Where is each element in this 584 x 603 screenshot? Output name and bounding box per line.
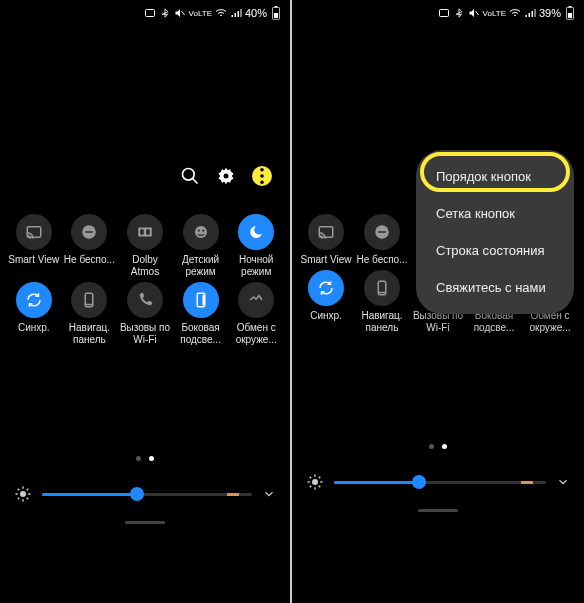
- page-dot-active[interactable]: [149, 456, 154, 461]
- tile-toggle-edge[interactable]: [183, 282, 219, 318]
- brightness-icon: [14, 485, 32, 503]
- signal-icon: [524, 7, 536, 19]
- tile-label: Обмен с окруже...: [230, 322, 282, 346]
- tile-toggle-cast[interactable]: [16, 214, 52, 250]
- wifi-icon: [215, 7, 227, 19]
- tile-dnd[interactable]: Не беспо...: [356, 214, 408, 266]
- tile-label: Боковая подсве...: [175, 322, 227, 346]
- svg-line-1: [181, 11, 184, 15]
- svg-line-33: [27, 489, 29, 491]
- svg-line-35: [475, 11, 478, 15]
- wifi-icon: [509, 7, 521, 19]
- tile-toggle-dnd[interactable]: [364, 214, 400, 250]
- tile-child[interactable]: Детский режим: [175, 214, 227, 278]
- page-dot-active[interactable]: [442, 444, 447, 449]
- tile-toggle-wificall[interactable]: [127, 282, 163, 318]
- tile-label: Детский режим: [175, 254, 227, 278]
- svg-line-6: [193, 179, 198, 184]
- svg-rect-4: [275, 6, 278, 7]
- tile-label: Smart View: [301, 254, 352, 266]
- tile-label: Синхр.: [18, 322, 50, 334]
- menu-item-0[interactable]: Порядок кнопок: [416, 158, 574, 195]
- tile-toggle-dnd[interactable]: [71, 214, 107, 250]
- tile-toggle-sync[interactable]: [308, 270, 344, 306]
- svg-rect-41: [378, 231, 386, 233]
- svg-point-19: [197, 229, 199, 231]
- tile-label: Навигац. панель: [356, 310, 408, 334]
- svg-line-51: [310, 477, 312, 479]
- svg-point-8: [224, 174, 229, 179]
- svg-line-31: [27, 498, 29, 500]
- tile-cast[interactable]: Smart View: [8, 214, 60, 278]
- settings-button[interactable]: [216, 166, 236, 186]
- tile-label: Не беспо...: [356, 254, 407, 266]
- brightness-expand[interactable]: [262, 487, 276, 501]
- panel-handle[interactable]: [418, 509, 458, 512]
- status-bar: VoLTE 39%: [292, 0, 584, 26]
- overflow-menu: Порядок кнопокСетка кнопокСтрока состоян…: [416, 150, 574, 314]
- tile-sync[interactable]: Синхр.: [8, 282, 60, 346]
- cast-status-icon: [144, 7, 156, 19]
- tile-sync[interactable]: Синхр.: [300, 270, 352, 334]
- tile-toggle-sync[interactable]: [16, 282, 52, 318]
- tile-navbar[interactable]: Навигац. панель: [64, 282, 116, 346]
- tile-toggle-cast[interactable]: [308, 214, 344, 250]
- brightness-slider[interactable]: [334, 481, 546, 484]
- svg-line-53: [310, 486, 312, 488]
- brightness-row: [292, 473, 584, 491]
- tile-toggle-navbar[interactable]: [71, 282, 107, 318]
- svg-point-17: [146, 229, 150, 235]
- menu-item-1[interactable]: Сетка кнопок: [416, 195, 574, 232]
- tile-dnd[interactable]: Не беспо...: [64, 214, 116, 278]
- battery-text: 40%: [245, 7, 267, 19]
- svg-point-25: [20, 491, 26, 497]
- menu-item-3[interactable]: Свяжитесь с нами: [416, 269, 574, 306]
- search-button[interactable]: [180, 166, 200, 186]
- tile-navbar[interactable]: Навигац. панель: [356, 270, 408, 334]
- svg-rect-37: [568, 13, 572, 18]
- bluetooth-icon: [159, 7, 171, 19]
- tile-moon[interactable]: Ночной режим: [230, 214, 282, 278]
- page-dot[interactable]: [136, 456, 141, 461]
- tile-wificall[interactable]: Вызовы по Wi-Fi: [119, 282, 171, 346]
- tile-cast[interactable]: Smart View: [300, 214, 352, 266]
- battery-icon: [564, 7, 576, 19]
- phone-left: VoLTE 40% Smart View Не беспо... Dolby A…: [0, 0, 292, 603]
- svg-point-16: [140, 229, 144, 235]
- tile-edge[interactable]: Боковая подсве...: [175, 282, 227, 346]
- tile-toggle-navbar[interactable]: [364, 270, 400, 306]
- network-label: VoLTE: [189, 9, 212, 18]
- svg-point-46: [312, 479, 318, 485]
- brightness-slider[interactable]: [42, 493, 252, 496]
- cast-status-icon: [438, 7, 450, 19]
- tile-share[interactable]: Обмен с окруже...: [230, 282, 282, 346]
- tile-toggle-child[interactable]: [183, 214, 219, 250]
- overflow-button[interactable]: [252, 166, 272, 186]
- signal-icon: [230, 7, 242, 19]
- tile-toggle-moon[interactable]: [238, 214, 274, 250]
- bluetooth-icon: [453, 7, 465, 19]
- status-bar: VoLTE 40%: [0, 0, 290, 26]
- page-dot[interactable]: [429, 444, 434, 449]
- svg-point-11: [260, 181, 264, 185]
- tile-toggle-share[interactable]: [238, 282, 274, 318]
- panel-handle[interactable]: [125, 521, 165, 524]
- action-bar: [0, 156, 290, 196]
- tile-label: Smart View: [8, 254, 59, 266]
- tile-toggle-dolby[interactable]: [127, 214, 163, 250]
- tile-label: Вызовы по Wi-Fi: [119, 322, 171, 346]
- svg-rect-14: [86, 231, 94, 233]
- svg-line-54: [319, 477, 321, 479]
- tile-label: Dolby Atmos: [119, 254, 171, 278]
- mute-icon: [468, 7, 480, 19]
- left-tile-grid: Smart View Не беспо... Dolby Atmos Детск…: [0, 196, 290, 346]
- brightness-expand[interactable]: [556, 475, 570, 489]
- svg-rect-38: [569, 6, 572, 7]
- tile-label: Навигац. панель: [64, 322, 116, 346]
- tile-label: Ночной режим: [230, 254, 282, 278]
- svg-line-32: [18, 498, 20, 500]
- menu-item-2[interactable]: Строка состояния: [416, 232, 574, 269]
- tile-dolby[interactable]: Dolby Atmos: [119, 214, 171, 278]
- phone-right: VoLTE 39% Smart View Не беспо... Синхр. …: [292, 0, 584, 603]
- svg-point-20: [202, 229, 204, 231]
